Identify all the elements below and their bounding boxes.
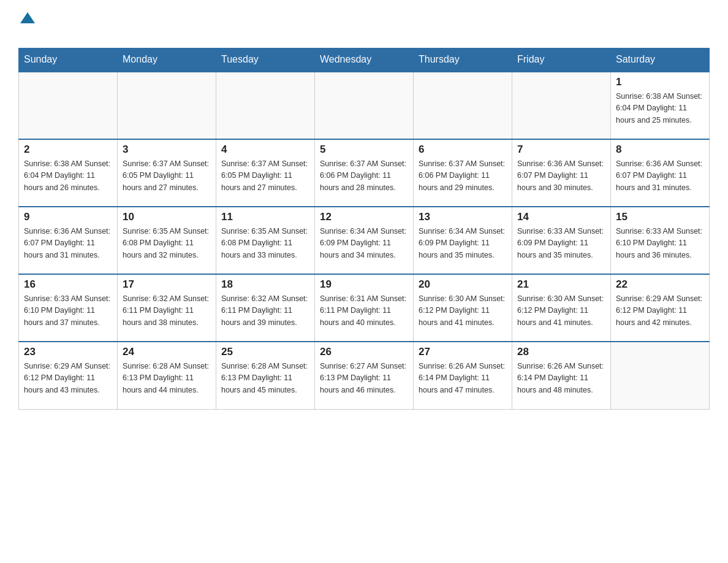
calendar-cell: 20Sunrise: 6:30 AM Sunset: 6:12 PM Dayli… <box>414 274 512 342</box>
calendar-cell: 8Sunrise: 6:36 AM Sunset: 6:07 PM Daylig… <box>611 139 710 207</box>
day-info: Sunrise: 6:32 AM Sunset: 6:11 PM Dayligh… <box>221 293 309 329</box>
day-info: Sunrise: 6:26 AM Sunset: 6:14 PM Dayligh… <box>419 361 507 396</box>
calendar-week-row: 1Sunrise: 6:38 AM Sunset: 6:04 PM Daylig… <box>19 72 710 139</box>
day-info: Sunrise: 6:33 AM Sunset: 6:09 PM Dayligh… <box>517 226 605 261</box>
weekday-header-thursday: Thursday <box>414 48 512 72</box>
calendar-cell: 28Sunrise: 6:26 AM Sunset: 6:14 PM Dayli… <box>512 342 611 409</box>
day-number: 11 <box>221 211 309 223</box>
calendar-cell: 19Sunrise: 6:31 AM Sunset: 6:11 PM Dayli… <box>315 274 414 342</box>
day-number: 5 <box>320 144 408 156</box>
day-info: Sunrise: 6:28 AM Sunset: 6:13 PM Dayligh… <box>221 361 309 396</box>
calendar-cell: 9Sunrise: 6:36 AM Sunset: 6:07 PM Daylig… <box>19 207 118 274</box>
calendar-cell: 3Sunrise: 6:37 AM Sunset: 6:05 PM Daylig… <box>118 139 216 207</box>
weekday-header-row: SundayMondayTuesdayWednesdayThursdayFrid… <box>19 48 710 72</box>
day-info: Sunrise: 6:34 AM Sunset: 6:09 PM Dayligh… <box>419 226 507 261</box>
day-number: 18 <box>221 278 309 291</box>
calendar-cell: 2Sunrise: 6:38 AM Sunset: 6:04 PM Daylig… <box>19 139 118 207</box>
calendar-cell: 10Sunrise: 6:35 AM Sunset: 6:08 PM Dayli… <box>118 207 216 274</box>
day-number: 4 <box>221 144 309 156</box>
day-info: Sunrise: 6:34 AM Sunset: 6:09 PM Dayligh… <box>320 226 408 261</box>
day-number: 9 <box>24 211 112 223</box>
weekday-header-monday: Monday <box>118 48 216 72</box>
calendar-cell: 1Sunrise: 6:38 AM Sunset: 6:04 PM Daylig… <box>611 72 710 139</box>
weekday-header-wednesday: Wednesday <box>315 48 414 72</box>
calendar-cell <box>19 72 118 139</box>
day-number: 10 <box>123 211 211 223</box>
calendar-cell: 27Sunrise: 6:26 AM Sunset: 6:14 PM Dayli… <box>414 342 512 409</box>
day-number: 25 <box>221 346 309 358</box>
day-number: 24 <box>123 346 211 358</box>
logo-blue-text <box>18 22 20 41</box>
day-info: Sunrise: 6:36 AM Sunset: 6:07 PM Dayligh… <box>24 226 112 261</box>
day-number: 16 <box>24 278 112 291</box>
calendar-cell: 22Sunrise: 6:29 AM Sunset: 6:12 PM Dayli… <box>611 274 710 342</box>
weekday-header-tuesday: Tuesday <box>216 48 315 72</box>
day-number: 23 <box>24 346 112 358</box>
logo <box>18 12 35 42</box>
day-info: Sunrise: 6:28 AM Sunset: 6:13 PM Dayligh… <box>123 361 211 396</box>
weekday-header-saturday: Saturday <box>611 48 710 72</box>
day-number: 6 <box>419 144 507 156</box>
calendar-cell: 5Sunrise: 6:37 AM Sunset: 6:06 PM Daylig… <box>315 139 414 207</box>
day-number: 1 <box>616 76 704 88</box>
day-info: Sunrise: 6:30 AM Sunset: 6:12 PM Dayligh… <box>517 293 605 329</box>
day-number: 3 <box>123 144 211 156</box>
day-info: Sunrise: 6:33 AM Sunset: 6:10 PM Dayligh… <box>616 226 704 261</box>
calendar-cell: 4Sunrise: 6:37 AM Sunset: 6:05 PM Daylig… <box>216 139 315 207</box>
weekday-header-sunday: Sunday <box>19 48 118 72</box>
day-info: Sunrise: 6:31 AM Sunset: 6:11 PM Dayligh… <box>320 293 408 329</box>
day-info: Sunrise: 6:29 AM Sunset: 6:12 PM Dayligh… <box>616 293 704 329</box>
calendar-cell: 24Sunrise: 6:28 AM Sunset: 6:13 PM Dayli… <box>118 342 216 409</box>
day-info: Sunrise: 6:36 AM Sunset: 6:07 PM Dayligh… <box>616 158 704 194</box>
day-info: Sunrise: 6:27 AM Sunset: 6:13 PM Dayligh… <box>320 361 408 396</box>
day-number: 19 <box>320 278 408 291</box>
calendar-table: SundayMondayTuesdayWednesdayThursdayFrid… <box>18 48 710 410</box>
day-number: 2 <box>24 144 112 156</box>
calendar-cell <box>315 72 414 139</box>
calendar-cell: 23Sunrise: 6:29 AM Sunset: 6:12 PM Dayli… <box>19 342 118 409</box>
page-header <box>18 12 710 42</box>
day-number: 21 <box>517 278 605 291</box>
calendar-cell: 21Sunrise: 6:30 AM Sunset: 6:12 PM Dayli… <box>512 274 611 342</box>
day-number: 12 <box>320 211 408 223</box>
day-number: 13 <box>419 211 507 223</box>
calendar-cell <box>611 342 710 409</box>
day-number: 20 <box>419 278 507 291</box>
calendar-cell: 15Sunrise: 6:33 AM Sunset: 6:10 PM Dayli… <box>611 207 710 274</box>
day-info: Sunrise: 6:37 AM Sunset: 6:06 PM Dayligh… <box>419 158 507 194</box>
calendar-cell: 26Sunrise: 6:27 AM Sunset: 6:13 PM Dayli… <box>315 342 414 409</box>
calendar-cell <box>512 72 611 139</box>
day-number: 26 <box>320 346 408 358</box>
day-info: Sunrise: 6:38 AM Sunset: 6:04 PM Dayligh… <box>616 91 704 126</box>
calendar-cell: 17Sunrise: 6:32 AM Sunset: 6:11 PM Dayli… <box>118 274 216 342</box>
day-number: 7 <box>517 144 605 156</box>
day-info: Sunrise: 6:37 AM Sunset: 6:06 PM Dayligh… <box>320 158 408 194</box>
calendar-cell <box>216 72 315 139</box>
day-info: Sunrise: 6:38 AM Sunset: 6:04 PM Dayligh… <box>24 158 112 194</box>
day-number: 17 <box>123 278 211 291</box>
calendar-week-row: 9Sunrise: 6:36 AM Sunset: 6:07 PM Daylig… <box>19 207 710 274</box>
day-info: Sunrise: 6:36 AM Sunset: 6:07 PM Dayligh… <box>517 158 605 194</box>
calendar-cell <box>118 72 216 139</box>
calendar-cell <box>414 72 512 139</box>
calendar-cell: 18Sunrise: 6:32 AM Sunset: 6:11 PM Dayli… <box>216 274 315 342</box>
day-info: Sunrise: 6:30 AM Sunset: 6:12 PM Dayligh… <box>419 293 507 329</box>
calendar-week-row: 23Sunrise: 6:29 AM Sunset: 6:12 PM Dayli… <box>19 342 710 409</box>
day-number: 8 <box>616 144 704 156</box>
calendar-week-row: 16Sunrise: 6:33 AM Sunset: 6:10 PM Dayli… <box>19 274 710 342</box>
calendar-cell: 6Sunrise: 6:37 AM Sunset: 6:06 PM Daylig… <box>414 139 512 207</box>
day-info: Sunrise: 6:35 AM Sunset: 6:08 PM Dayligh… <box>123 226 211 261</box>
day-info: Sunrise: 6:35 AM Sunset: 6:08 PM Dayligh… <box>221 226 309 261</box>
day-info: Sunrise: 6:37 AM Sunset: 6:05 PM Dayligh… <box>123 158 211 194</box>
calendar-cell: 12Sunrise: 6:34 AM Sunset: 6:09 PM Dayli… <box>315 207 414 274</box>
calendar-cell: 13Sunrise: 6:34 AM Sunset: 6:09 PM Dayli… <box>414 207 512 274</box>
calendar-week-row: 2Sunrise: 6:38 AM Sunset: 6:04 PM Daylig… <box>19 139 710 207</box>
day-info: Sunrise: 6:37 AM Sunset: 6:05 PM Dayligh… <box>221 158 309 194</box>
day-number: 27 <box>419 346 507 358</box>
calendar-cell: 7Sunrise: 6:36 AM Sunset: 6:07 PM Daylig… <box>512 139 611 207</box>
calendar-cell: 16Sunrise: 6:33 AM Sunset: 6:10 PM Dayli… <box>19 274 118 342</box>
day-number: 14 <box>517 211 605 223</box>
calendar-cell: 14Sunrise: 6:33 AM Sunset: 6:09 PM Dayli… <box>512 207 611 274</box>
logo-triangle-icon <box>20 12 35 23</box>
day-number: 28 <box>517 346 605 358</box>
